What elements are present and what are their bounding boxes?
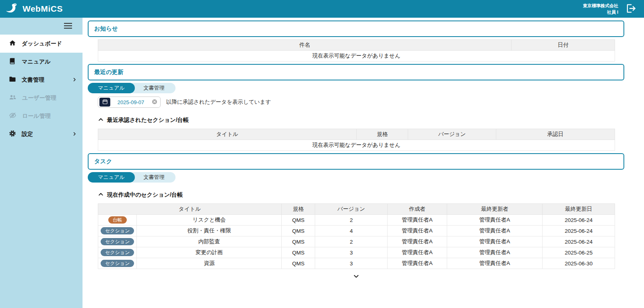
table-header-row: タイトル 規格 バージョン 作成者 最終更新者 最終更新日 [98,204,615,215]
row-type-cell: セクション [98,258,137,269]
recent-approved-table: タイトル 規格 バージョン 承認日 現在表示可能なデータがありません [98,129,615,151]
column-header-approved-date: 承認日 [496,129,615,140]
version-cell: 3 [315,247,388,258]
section-badge: セクション [101,249,134,256]
app-logo-icon [5,2,19,16]
tasks-section-title: タスク [88,153,624,170]
date-filter-note: 以降に承認されたデータを表示しています [166,99,271,106]
app-header: WebMiCS 東京標準株式会社 社員 I [0,0,644,18]
column-header-title: タイトル [98,129,357,140]
task-row[interactable]: セクション 役割・責任・権限 QMS 4 管理責任者A 管理責任者A 2025-… [98,226,615,236]
task-row[interactable]: セクション 資源 QMS 3 管理責任者A 管理責任者A 2025-06-30 [98,258,615,269]
creator-cell: 管理責任者A [388,215,447,226]
company-name: 東京標準株式会社 [583,2,618,9]
group-title: 最近承認されたセクション/台帳 [107,117,189,124]
tab-documents[interactable]: 文書管理 [128,83,175,93]
updater-cell: 管理責任者A [447,258,543,269]
task-row[interactable]: セクション 内部監査 QMS 2 管理責任者A 管理責任者A 2025-06-2… [98,236,615,247]
standard-cell: QMS [281,236,315,247]
recent-approved-group-toggle[interactable]: 最近承認されたセクション/台帳 [98,117,615,124]
task-row[interactable]: 台帳 リスクと機会 QMS 2 管理責任者A 管理責任者A 2025-06-24 [98,215,615,226]
logout-icon [625,9,637,15]
notices-section-title: お知らせ [88,21,624,37]
tab-manual[interactable]: マニュアル [88,172,135,183]
updater-cell: 管理責任者A [447,236,543,247]
standard-cell: QMS [281,226,315,236]
notices-table: 件名 日付 現在表示可能なデータがありません [98,39,615,62]
recent-updates-section: 最近の更新 マニュアル 文書管理 [88,64,624,151]
column-header-creator: 作成者 [388,204,447,215]
version-cell: 3 [315,258,388,269]
updated-date-cell: 2025-06-24 [543,215,615,226]
sidebar-item-manual[interactable]: マニュアル [0,53,83,71]
task-row[interactable]: セクション 変更の計画 QMS 3 管理責任者A 管理責任者A 2025-06-… [98,247,615,258]
creator-cell: 管理責任者A [388,226,447,236]
sidebar-item-documents[interactable]: 文書管理 [0,71,83,89]
updater-cell: 管理責任者A [447,215,543,226]
logout-button[interactable] [624,2,638,16]
brand: WebMiCS [5,2,63,16]
user-name: 社員 I [583,9,618,16]
collapse-button[interactable] [98,191,104,199]
recent-updates-section-title: 最近の更新 [88,64,624,80]
column-header-version: バージョン [408,129,496,140]
updated-date-cell: 2025-06-24 [543,236,615,247]
column-header-subject: 件名 [98,40,512,51]
column-header-standard: 規格 [357,129,408,140]
sidebar-toggle-button[interactable] [62,21,74,32]
date-filter-value[interactable]: 2025-09-07 [110,99,151,105]
title-cell: リスクと機会 [137,215,281,226]
section-badge: セクション [101,238,134,245]
folder-icon [9,76,16,84]
tab-manual[interactable]: マニュアル [88,83,135,93]
sidebar-item-settings[interactable]: 設定 [0,125,83,143]
version-cell: 2 [315,215,388,226]
title-cell: 資源 [137,258,281,269]
version-cell: 4 [315,226,388,236]
sidebar-item-label: 文書管理 [22,76,66,84]
standard-cell: QMS [281,258,315,269]
calendar-icon [102,99,108,106]
table-header-row: 件名 日付 [98,40,615,51]
sidebar: ダッシュボード マニュアル 文書管理 [0,18,83,308]
column-header-title: タイトル [98,204,282,215]
eye-off-icon [9,112,17,120]
tab-documents[interactable]: 文書管理 [128,172,175,183]
empty-row: 現在表示可能なデータがありません [98,140,615,151]
title-cell: 内部監査 [137,236,281,247]
version-cell: 2 [315,236,388,247]
row-type-cell: セクション [98,247,137,258]
section-badge: セクション [101,260,134,267]
sidebar-item-label: ロール管理 [22,113,77,120]
sidebar-item-label: ユーザー管理 [22,94,77,102]
sidebar-item-dashboard[interactable]: ダッシュボード [0,35,83,53]
chevron-up-icon [98,191,104,199]
date-filter-field[interactable]: 2025-09-07 [98,97,161,108]
expand-more-button[interactable] [349,272,364,281]
calendar-button[interactable] [99,98,110,107]
notices-section: お知らせ 件名 日付 現在表示可能なデータがありません [88,21,624,62]
updater-cell: 管理責任者A [447,226,543,236]
sidebar-item-users: ユーザー管理 [0,89,83,107]
expand-more-row [88,272,624,281]
column-header-date: 日付 [512,40,615,51]
date-filter-row: 2025-09-07 以降に承認されたデータを表示しています [98,97,615,108]
updated-date-cell: 2025-06-30 [543,258,615,269]
table-header-row: タイトル 規格 バージョン 承認日 [98,129,615,140]
standard-cell: QMS [281,247,315,258]
in-progress-group-toggle[interactable]: 現在作成中のセクション/台帳 [98,191,615,199]
clear-date-button[interactable] [151,99,158,106]
sidebar-item-label: マニュアル [22,58,77,66]
updated-date-cell: 2025-06-25 [543,247,615,258]
menu-icon [64,24,72,30]
chevron-up-icon [98,117,104,124]
empty-message: 現在表示可能なデータがありません [98,51,615,62]
empty-message: 現在表示可能なデータがありません [98,140,615,151]
title-cell: 変更の計画 [137,247,281,258]
collapse-button[interactable] [98,117,104,124]
standard-cell: QMS [281,215,315,226]
updated-date-cell: 2025-06-24 [543,226,615,236]
creator-cell: 管理責任者A [388,258,447,269]
chevron-right-icon [72,77,77,83]
home-icon [9,39,16,48]
